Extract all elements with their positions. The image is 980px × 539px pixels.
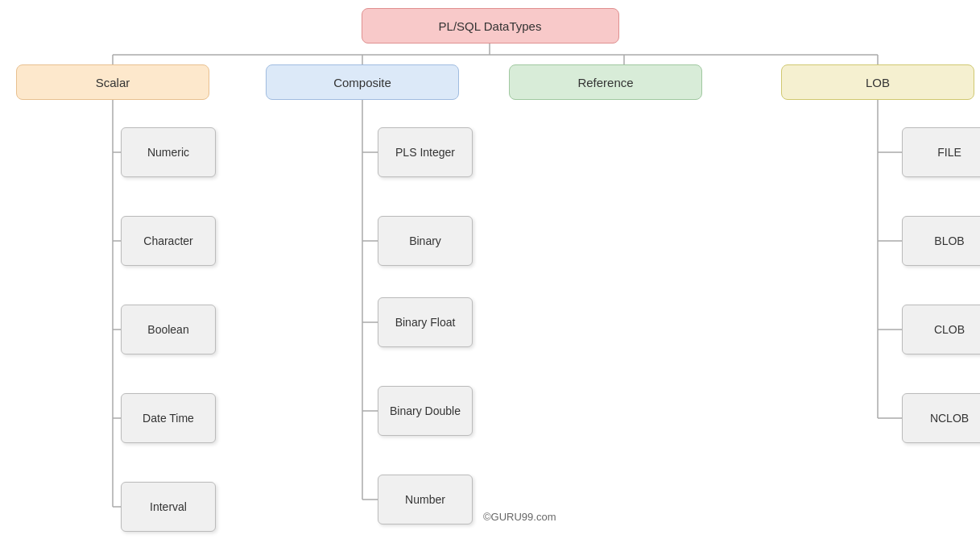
- scalar-interval: Interval: [121, 482, 216, 532]
- reference-category: Reference: [509, 64, 702, 100]
- copyright: ©GURU99.com: [483, 511, 556, 523]
- scalar-numeric: Numeric: [121, 127, 216, 177]
- lob-nclob: NCLOB: [902, 393, 980, 443]
- scalar-label: Scalar: [96, 76, 130, 89]
- composite-pls-integer: PLS Integer: [378, 127, 473, 177]
- scalar-category: Scalar: [16, 64, 209, 100]
- lob-label: LOB: [866, 76, 890, 89]
- scalar-character: Character: [121, 216, 216, 266]
- composite-number: Number: [378, 475, 473, 524]
- reference-label: Reference: [577, 76, 633, 89]
- root-label: PL/SQL DataTypes: [439, 19, 542, 33]
- lob-file: FILE: [902, 127, 980, 177]
- lob-category: LOB: [781, 64, 974, 100]
- scalar-boolean: Boolean: [121, 305, 216, 354]
- lob-clob: CLOB: [902, 305, 980, 354]
- composite-label: Composite: [333, 76, 391, 89]
- root-node: PL/SQL DataTypes: [362, 8, 619, 44]
- scalar-datetime: Date Time: [121, 393, 216, 443]
- composite-binary-double: Binary Double: [378, 386, 473, 436]
- composite-binary: Binary: [378, 216, 473, 266]
- composite-category: Composite: [266, 64, 459, 100]
- diagram: PL/SQL DataTypes Scalar Composite Refere…: [0, 0, 980, 539]
- lob-blob: BLOB: [902, 216, 980, 266]
- composite-binary-float: Binary Float: [378, 297, 473, 347]
